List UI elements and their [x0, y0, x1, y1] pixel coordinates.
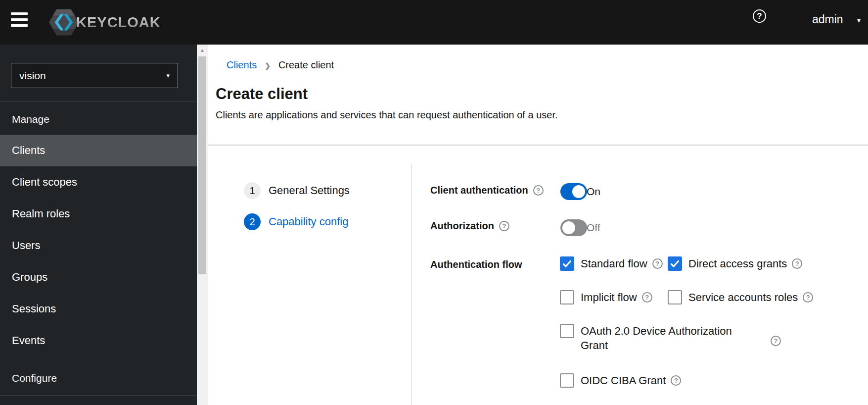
sidebar-item-events[interactable]: Events: [0, 325, 197, 356]
checkbox-item-direct-access-grants: Direct access grants ?: [668, 256, 802, 271]
create-client-wizard: 1 General Settings 2 Capability config C…: [208, 164, 868, 405]
checkbox-label: OAuth 2.0 Device Authorization Grant: [581, 324, 744, 353]
toggle-knob: [572, 185, 585, 198]
hamburger-menu-icon[interactable]: [11, 12, 29, 32]
keycloak-logo: KEYCLOAK: [48, 7, 161, 37]
help-icon[interactable]: ?: [771, 336, 781, 346]
step-number-badge: 1: [244, 182, 261, 199]
nav-group-manage: Manage: [12, 113, 49, 125]
check-icon: [563, 260, 571, 267]
section-divider: [208, 145, 868, 146]
capability-config-form: Client authentication ? On Authorization…: [412, 164, 868, 405]
checkbox-item-standard-flow: Standard flow ?: [560, 256, 663, 271]
scroll-up-icon[interactable]: ▲: [197, 45, 208, 55]
checkbox-item-oidc-ciba-grant: OIDC CIBA Grant ?: [560, 373, 681, 388]
client-authentication-toggle[interactable]: [560, 183, 587, 200]
step-number-badge: 2: [244, 213, 261, 230]
checkbox-label: Implicit flow: [581, 290, 637, 304]
checkbox-item-oauth-device-authorization-grant: OAuth 2.0 Device Authorization Grant: [560, 324, 768, 353]
sidebar-divider: [0, 101, 197, 101]
authorization-label: Authorization ?: [430, 220, 509, 232]
checkbox-label: OIDC CIBA Grant: [581, 373, 666, 388]
brand-name: KEYCLOAK: [76, 14, 161, 31]
authorization-state: Off: [587, 222, 600, 234]
sidebar-item-sessions[interactable]: Sessions: [0, 293, 197, 325]
checkbox-label: Service accounts roles: [688, 290, 798, 304]
page-title: Create client: [216, 85, 308, 103]
sidebar: vision ▾ Manage Clients Client scopes Re…: [0, 45, 197, 405]
vertical-scrollbar[interactable]: ▲: [197, 45, 208, 405]
check-icon: [671, 260, 679, 267]
help-icon[interactable]: ?: [652, 258, 663, 269]
nav-group-configure: Configure: [12, 372, 57, 384]
main-content: Clients ❯ Create client Create client Cl…: [208, 45, 868, 405]
breadcrumb-separator-icon: ❯: [265, 62, 271, 70]
masthead: KEYCLOAK ? admin ▾: [0, 0, 868, 45]
sidebar-item-client-scopes[interactable]: Client scopes: [0, 166, 197, 198]
help-icon[interactable]: ?: [803, 292, 813, 303]
sidebar-item-realm-roles[interactable]: Realm roles: [0, 198, 197, 230]
user-menu-caret-icon[interactable]: ▾: [857, 16, 861, 24]
help-icon[interactable]: ?: [753, 9, 766, 23]
realm-selector-value: vision: [19, 70, 46, 82]
help-icon[interactable]: ?: [671, 375, 681, 386]
help-icon[interactable]: ?: [792, 258, 802, 269]
user-menu[interactable]: admin: [812, 13, 843, 26]
authentication-flow-label: Authentication flow: [430, 259, 522, 270]
checkbox-label: Standard flow: [581, 256, 647, 271]
chevron-down-icon: ▾: [166, 72, 170, 79]
help-icon[interactable]: ?: [533, 185, 544, 196]
breadcrumb-current: Create client: [278, 59, 334, 71]
breadcrumb-clients-link[interactable]: Clients: [227, 59, 257, 71]
implicit-flow-checkbox[interactable]: [560, 290, 574, 304]
breadcrumb: Clients ❯ Create client: [227, 59, 334, 71]
sidebar-divider: [0, 395, 197, 396]
client-authentication-state: On: [587, 186, 600, 198]
service-accounts-roles-checkbox[interactable]: [668, 290, 682, 304]
realm-selector[interactable]: vision ▾: [11, 63, 178, 88]
client-authentication-label: Client authentication ?: [430, 185, 544, 196]
wizard-nav: 1 General Settings 2 Capability config: [208, 164, 412, 405]
wizard-step-capability-config[interactable]: 2 Capability config: [244, 213, 411, 230]
sidebar-item-clients[interactable]: Clients: [0, 135, 197, 166]
sidebar-item-users[interactable]: Users: [0, 230, 197, 261]
page-description: Clients are applications and services th…: [216, 109, 558, 121]
standard-flow-checkbox[interactable]: [560, 256, 574, 271]
checkbox-item-service-accounts-roles: Service accounts roles ?: [668, 290, 813, 304]
help-icon[interactable]: ?: [499, 221, 509, 231]
authorization-toggle[interactable]: [560, 219, 587, 236]
keycloak-hexagon-icon: [48, 7, 79, 37]
checkbox-item-implicit-flow: Implicit flow ?: [560, 290, 652, 304]
help-icon[interactable]: ?: [642, 292, 652, 303]
toggle-knob: [562, 221, 575, 234]
step-label: General Settings: [269, 184, 350, 197]
sidebar-item-groups[interactable]: Groups: [0, 261, 197, 293]
scrollbar-thumb[interactable]: [198, 56, 206, 274]
oauth-device-grant-checkbox[interactable]: [560, 324, 574, 338]
wizard-step-general-settings[interactable]: 1 General Settings: [244, 182, 411, 199]
oidc-ciba-grant-checkbox[interactable]: [560, 373, 574, 388]
step-label: Capability config: [269, 215, 348, 228]
checkbox-label: Direct access grants: [688, 256, 787, 271]
direct-access-grants-checkbox[interactable]: [668, 256, 682, 271]
